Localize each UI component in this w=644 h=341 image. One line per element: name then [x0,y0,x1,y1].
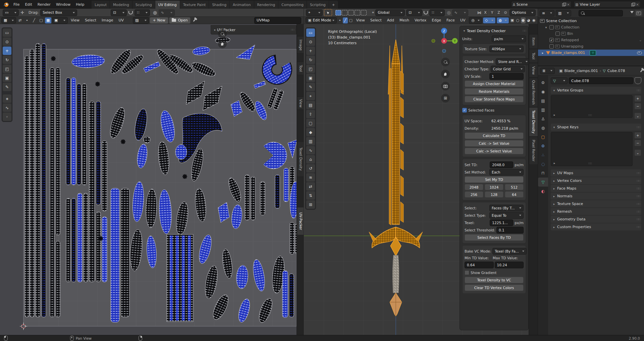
snap-self-icon[interactable]: ⊙ [503,10,508,16]
show-gradient-checkbox[interactable] [465,270,469,275]
clear-td-vertex-colors-button[interactable]: Clear TD Vertex Colors [465,284,524,291]
uv-tool-transform[interactable]: ▣ [3,74,11,82]
mirror-z-button[interactable]: Z [496,10,501,16]
uv-tab-tool[interactable]: Tool [297,62,304,75]
vp-tool-knife[interactable]: ∿ [306,146,315,154]
list-filter-toggle[interactable]: ▸ [552,113,556,117]
shading-material-button[interactable]: ◕ [526,17,531,23]
workspace-tab-layout[interactable]: Layout [92,1,110,9]
select-threshold-field[interactable]: 0.1 [496,227,524,233]
uv-tool-move[interactable]: + [3,47,11,55]
vp-tool-inset-faces[interactable]: ▢ [306,119,315,127]
preset-512-button[interactable]: 512 [505,184,524,190]
add-shape-key-button[interactable]: + [634,132,641,139]
select-difference-button[interactable] [355,10,360,15]
panel-remesh[interactable]: ▸Remesh∷∷ [551,208,641,215]
uv-select-face-button[interactable]: ▢ [38,17,44,23]
menu-help[interactable]: Help [73,0,87,9]
clear-stored-face-maps-button[interactable]: Clear Stored Face Maps [465,96,524,103]
calc-set-value-button[interactable]: Calc -> Set Value [465,140,524,147]
uv-zoom-button[interactable] [218,29,227,38]
shape-keys-panel-header[interactable]: ▾ Shape Keys ∷∷ [551,124,641,131]
select-extend-button[interactable] [342,10,347,15]
vp-select-face-button[interactable]: ▢ [348,17,353,23]
outliner-row-retopped[interactable]: ✓ Retopped ⌄ [538,37,644,43]
panel-uv-maps[interactable]: ▸UV Maps∷∷ [551,169,641,177]
select-type-dropdown[interactable]: Equal To [489,212,524,219]
exclude-checkbox[interactable]: ✓ [549,38,554,42]
vp-tab-tool[interactable]: Tool [529,49,538,63]
uv-tool-grab[interactable]: ∗ [3,94,11,103]
uv-tool-annotate[interactable]: ✎ [3,83,11,91]
exclude-checkbox[interactable] [549,25,554,29]
props-tab-view-layer[interactable]: ▥ [538,105,548,114]
remove-shape-key-button[interactable]: − [634,140,641,146]
calc-select-value-button[interactable]: Calc -> Select Value [465,148,524,154]
transform-orientation-dropdown[interactable]: Global [375,9,405,16]
mirror-y-button[interactable]: Y [489,10,495,16]
units-dropdown[interactable]: px/m [492,36,526,42]
vp-tool-annotate[interactable]: ✎ [306,83,315,91]
vp-tool-shrink-fatten[interactable]: ⇅ [306,191,315,200]
vp-tool-loop-cut[interactable]: ▥ [306,137,315,145]
panel-geometry-data[interactable]: ▸Geometry Data∷∷ [551,216,641,223]
max-td-field[interactable]: 10.24 [495,262,524,268]
menu-edit[interactable]: Edit [22,0,35,9]
vp-menu-select[interactable]: Select [368,17,384,24]
select-set-button[interactable] [335,10,341,15]
panel-normals[interactable]: ▸Normals∷∷ [551,193,641,200]
vp-tool-scale[interactable]: ◰ [306,65,315,73]
close-view-layer-icon[interactable]: × [636,2,639,7]
vp-ortho-toggle-button[interactable]: ⊞ [441,94,450,103]
list-resize-grip[interactable]: ∷∷ [588,114,591,117]
uv-pan-button[interactable] [218,40,227,48]
falloff-dropdown[interactable]: ∿ [452,9,468,16]
uv-scale-field[interactable]: 1 [489,73,524,80]
uv-snap-with-dropdown[interactable]: ∷ [135,9,150,16]
eye-icon[interactable] [637,51,642,55]
properties-editor-type-dropdown[interactable]: ≣ [540,68,555,74]
min-td-field[interactable]: 0.64 [465,262,494,268]
breadcrumb-object[interactable]: Blade_clamps.001 [564,69,598,73]
menu-render[interactable]: Render [35,0,53,9]
outliner-search-input[interactable] [579,10,623,16]
vp-active-tool-dropdown[interactable]: ⌖ [306,9,323,16]
outliner-row-bin[interactable]: Bin [538,30,644,37]
visibility-dropdown[interactable]: ◎ [469,17,482,24]
image-open-button[interactable]: Open [169,17,191,24]
outliner-row-unwrapping[interactable]: Unwrapping [538,43,644,50]
vp-tool-measure[interactable]: ⌖ [306,92,315,100]
uv-tool-cursor[interactable]: ⊙ [3,38,11,46]
uv-tool-scale[interactable]: ◰ [3,65,11,73]
shape-key-specials-button[interactable]: ⌄ [634,149,641,156]
outliner-row-scene-collection[interactable]: Scene Collection [538,18,644,24]
expand-icon[interactable]: ▸ [541,51,545,55]
workspace-tab-compositing[interactable]: Compositing [278,1,307,9]
mode-dropdown[interactable]: ▣ Edit Mode [306,17,337,23]
menu-window[interactable]: Window [53,0,73,9]
options-dropdown[interactable]: Options [509,9,536,16]
uv-snap-icon[interactable] [128,11,133,14]
bake-vc-mode-dropdown[interactable]: Texel (By Fa... [492,248,527,255]
vp-tool-poly-build[interactable]: ⌂ [306,155,315,163]
uv-falloff-dropdown[interactable]: ∿ [159,9,175,16]
vp-tool-extrude-region[interactable]: ⇧ [306,110,315,118]
menu-file[interactable]: File [11,0,22,9]
props-tab-tool[interactable]: ⚙ [538,78,548,87]
props-tab-render[interactable]: ◉ [538,87,548,96]
snap-with-dropdown[interactable]: ∷ [429,9,445,16]
vp-camera-view-button[interactable] [441,82,450,90]
props-tab-object-data[interactable]: ▽ [538,178,548,187]
select-faces-by-td-button[interactable]: Select Faces By TD [465,234,524,241]
props-tab-material[interactable]: ◐ [538,187,548,196]
uv-tab-image[interactable]: Image [297,36,304,54]
vp-tab-quad-remesh[interactable]: Quad Remesh [529,78,538,107]
uv-menu-select[interactable]: Select [83,17,99,24]
preset-1024-button[interactable]: 1024 [485,184,503,190]
mesh-datablock-dropdown[interactable]: ▽ [551,77,568,84]
uv-tool-rotate[interactable]: ↻ [3,56,11,64]
checker-type-dropdown[interactable]: Color Grid [491,66,525,72]
calculate-td-button[interactable]: Calculate TD [465,132,524,139]
panel-face-maps[interactable]: ▸Face Maps∷∷ [551,185,641,192]
set-method-dropdown[interactable]: Each [489,169,524,176]
